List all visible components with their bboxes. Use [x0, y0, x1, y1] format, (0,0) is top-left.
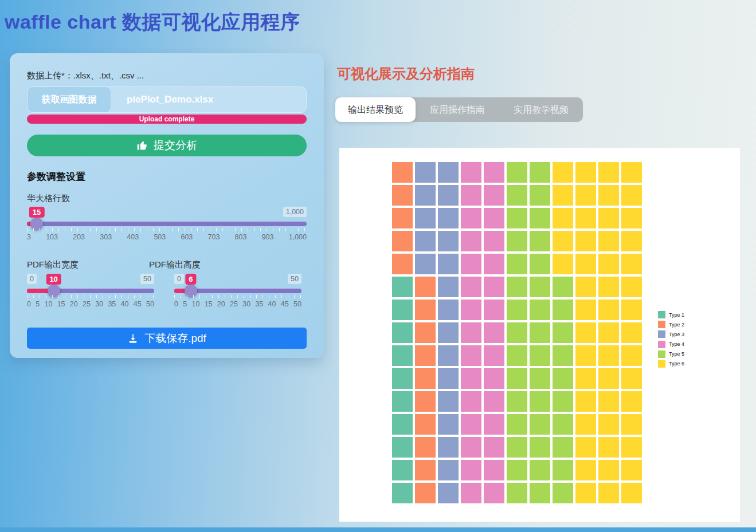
pdf-height-tick-labels: 05101520253035404550 [174, 300, 301, 308]
waffle-cell [575, 162, 596, 183]
waffle-cell [484, 277, 504, 297]
waffle-cell [530, 254, 550, 274]
waffle-cell [392, 322, 413, 343]
waffle-cell [507, 254, 527, 274]
waffle-cell [575, 345, 596, 366]
submit-button[interactable]: 提交分析 [27, 135, 307, 156]
waffle-cell [484, 208, 504, 228]
waffle-cell [621, 162, 642, 183]
waffle-cell [598, 437, 619, 458]
waffle-cell [507, 483, 527, 503]
waffle-cell [530, 391, 550, 412]
waffle-cell [621, 437, 642, 458]
rows-slider[interactable]: 1,000 15 31032033034035036037038039031,0… [27, 207, 307, 248]
pdf-height-min-label: 0 [174, 274, 184, 284]
pdf-width-value-badge: 10 [46, 274, 61, 285]
tab-usage-guide[interactable]: 应用操作指南 [416, 97, 499, 122]
waffle-cell [484, 437, 504, 458]
waffle-cell [530, 162, 550, 183]
waffle-cell [438, 391, 459, 412]
waffle-cell [484, 368, 504, 389]
legend-item: Type 4 [658, 341, 684, 348]
waffle-cell [438, 368, 459, 389]
tick-label: 15 [57, 300, 65, 308]
waffle-cell [575, 254, 596, 274]
tab-output-preview[interactable]: 输出结果预览 [335, 97, 416, 122]
waffle-cell [507, 391, 527, 412]
waffle-cell [484, 254, 504, 274]
waffle-cell [392, 277, 413, 297]
waffle-cell [415, 185, 436, 206]
waffle-cell [530, 208, 550, 228]
waffle-cell [553, 414, 573, 435]
waffle-cell [621, 345, 642, 366]
waffle-cell [575, 460, 596, 480]
upload-label: 数据上传*：.xlsx、.txt、.csv ... [27, 70, 307, 81]
waffle-cell [507, 322, 527, 343]
waffle-cell [553, 391, 573, 412]
browse-button[interactable]: 获取画图数据 [28, 87, 111, 112]
file-name-field[interactable]: piePlot_Demo.xlsx [111, 87, 306, 112]
pdf-height-slider[interactable]: 0 50 6 05101520253035404550 [174, 274, 301, 315]
waffle-cell [530, 368, 550, 389]
file-input-group[interactable]: 获取画图数据 piePlot_Demo.xlsx [27, 86, 307, 113]
waffle-cell [507, 460, 527, 480]
waffle-cell [438, 345, 459, 366]
waffle-cell [553, 208, 573, 228]
waffle-cell [461, 254, 481, 274]
legend-item: Type 2 [658, 321, 684, 328]
waffle-cell [530, 460, 550, 480]
waffle-cell [621, 460, 642, 480]
app-title: waffle chart 数据可视化应用程序 [5, 9, 300, 36]
waffle-cell [392, 483, 413, 503]
tick-label: 5 [183, 300, 187, 308]
params-heading: 参数调整设置 [27, 170, 307, 183]
waffle-cell [438, 483, 459, 503]
waffle-cell [553, 277, 573, 297]
waffle-cell [461, 437, 481, 458]
waffle-cell [392, 345, 413, 366]
waffle-cell [461, 483, 481, 503]
waffle-cell [461, 185, 481, 206]
legend-label: Type 3 [669, 332, 684, 337]
legend-item: Type 6 [658, 360, 684, 368]
waffle-cell [507, 277, 527, 297]
legend-label: Type 1 [669, 312, 684, 318]
waffle-cell [598, 208, 619, 228]
waffle-cell [553, 460, 573, 480]
tab-tutorial-videos[interactable]: 实用教学视频 [499, 97, 583, 122]
waffle-cell [507, 300, 527, 320]
waffle-cell [507, 185, 527, 206]
waffle-cell [484, 483, 504, 503]
waffle-cell [484, 391, 504, 412]
waffle-cell [598, 300, 619, 320]
waffle-cell [621, 231, 642, 251]
waffle-cell [415, 437, 436, 458]
waffle-cell [415, 277, 436, 297]
waffle-cell [484, 322, 504, 343]
waffle-cell [621, 322, 642, 343]
waffle-cell [575, 483, 596, 503]
tick-label: 10 [191, 300, 199, 308]
tick-label: 1,000 [289, 233, 307, 241]
waffle-cell [621, 277, 642, 297]
waffle-cell [415, 322, 436, 343]
pdf-width-slider[interactable]: 0 50 10 05101520253035404550 [27, 274, 154, 315]
waffle-cell [438, 460, 459, 480]
waffle-cell [575, 368, 596, 389]
waffle-cell [415, 414, 436, 435]
tick-label: 25 [230, 300, 238, 308]
waffle-cell [484, 345, 504, 366]
waffle-cell [507, 368, 527, 389]
waffle-cell [392, 300, 413, 320]
waffle-cell [392, 414, 413, 435]
rows-slider-track[interactable] [27, 222, 307, 226]
waffle-cell [553, 483, 573, 503]
waffle-cell [461, 231, 481, 251]
waffle-cell [415, 460, 436, 480]
tab-bar: 输出结果预览 应用操作指南 实用教学视频 [335, 97, 583, 122]
waffle-cell [598, 231, 619, 251]
download-button[interactable]: 下载保存.pdf [27, 328, 307, 349]
pdf-width-tick-labels: 05101520253035404550 [27, 300, 154, 308]
waffle-cell [598, 391, 619, 412]
